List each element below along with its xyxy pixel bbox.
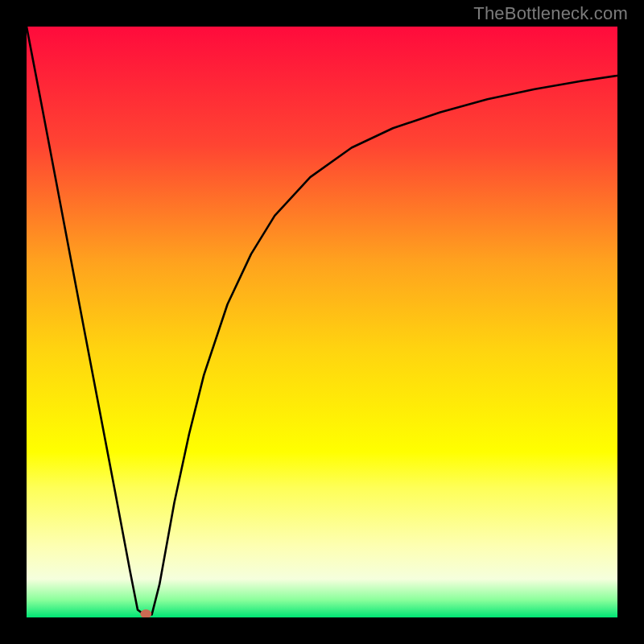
bottleneck-chart [27,27,617,617]
watermark-text: TheBottleneck.com [473,3,628,24]
chart-frame: TheBottleneck.com [0,0,644,644]
gradient-background [27,27,617,617]
